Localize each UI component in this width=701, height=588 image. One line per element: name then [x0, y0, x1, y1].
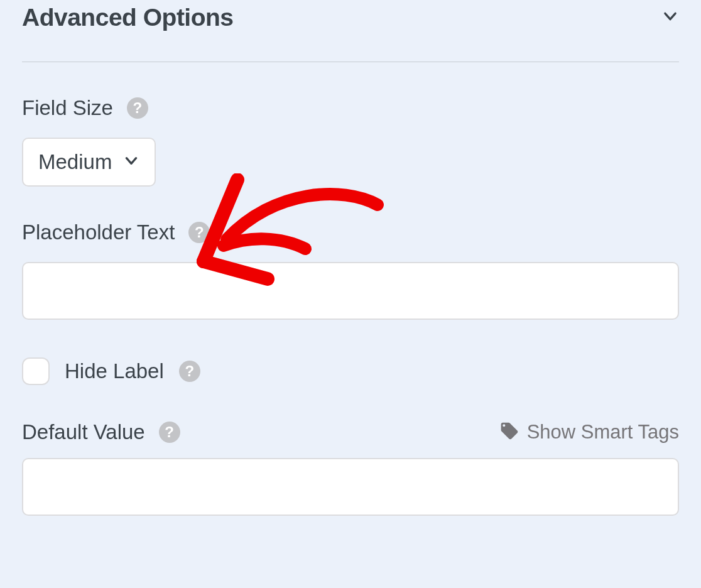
field-size-select[interactable]: Medium: [22, 138, 156, 187]
hide-label-label: Hide Label: [65, 359, 164, 383]
help-icon[interactable]: ?: [159, 422, 180, 443]
placeholder-text-group: Placeholder Text ?: [22, 220, 679, 320]
help-icon[interactable]: ?: [179, 361, 200, 382]
field-size-label-row: Field Size ?: [22, 96, 679, 120]
placeholder-text-input[interactable]: [22, 262, 679, 320]
field-size-label: Field Size: [22, 96, 113, 120]
placeholder-text-label-row: Placeholder Text ?: [22, 220, 679, 244]
placeholder-text-label: Placeholder Text: [22, 220, 175, 244]
advanced-options-header[interactable]: Advanced Options: [22, 0, 679, 62]
help-icon[interactable]: ?: [188, 222, 210, 243]
smart-tags-label: Show Smart Tags: [527, 421, 679, 444]
help-icon[interactable]: ?: [127, 97, 148, 119]
default-value-label: Default Value: [22, 420, 145, 444]
field-size-group: Field Size ? Medium: [22, 96, 679, 187]
field-size-value: Medium: [38, 150, 112, 174]
chevron-down-icon: [123, 153, 139, 172]
section-title: Advanced Options: [22, 4, 234, 31]
default-value-input[interactable]: [22, 458, 679, 516]
collapse-toggle[interactable]: [661, 8, 679, 28]
hide-label-checkbox[interactable]: [22, 357, 50, 385]
default-value-row: Default Value ? Show Smart Tags: [22, 420, 679, 444]
hide-label-row: Hide Label ?: [22, 357, 679, 385]
chevron-down-icon: [661, 8, 679, 28]
tag-icon: [499, 421, 519, 444]
default-value-label-row: Default Value ?: [22, 420, 180, 444]
show-smart-tags-link[interactable]: Show Smart Tags: [499, 421, 679, 444]
